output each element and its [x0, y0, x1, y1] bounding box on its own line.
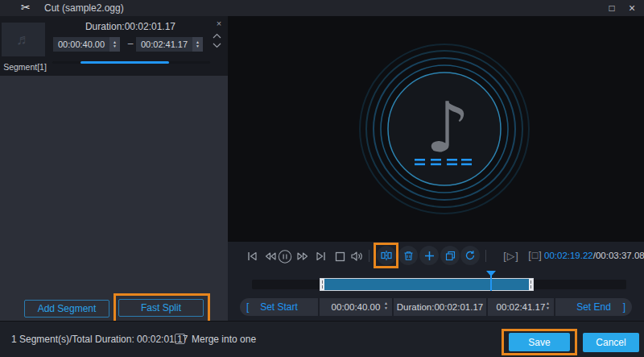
- pause-icon: [278, 248, 292, 265]
- time-display: 00:02:19.22/00:03:37.08: [544, 251, 636, 260]
- end-time-field[interactable]: ▲ ▼: [488, 298, 554, 316]
- segment-thumbnail[interactable]: ♬: [2, 23, 45, 56]
- start-time-input[interactable]: [330, 302, 382, 312]
- split-highlight: [374, 243, 398, 268]
- delete-segment-button[interactable]: [398, 246, 418, 265]
- controls-divider: [369, 250, 369, 262]
- segment-card[interactable]: ♬ Segment[1] Duration:00:02:01.17 ▲ ▼ – …: [0, 16, 228, 76]
- music-note-icon: ♪: [426, 87, 470, 168]
- segment-progressbar[interactable]: [52, 61, 210, 64]
- segment-start-time-field[interactable]: ▲ ▼: [53, 37, 120, 52]
- set-end-button[interactable]: Set End ]: [555, 298, 632, 316]
- segment-summary: 1 Segment(s)/Total Duration: 00:02:01.17: [11, 334, 188, 345]
- timeline-selection[interactable]: [320, 278, 534, 291]
- controls-divider: [485, 250, 486, 262]
- window-title: Cut (sample2.ogg): [44, 2, 124, 14]
- save-button[interactable]: Save: [509, 333, 570, 351]
- segment-end-time-field[interactable]: ▲ ▼: [136, 37, 203, 52]
- plus-icon: [424, 251, 435, 261]
- scissors-icon: ✂: [21, 1, 31, 14]
- merge-checkbox[interactable]: [175, 334, 185, 344]
- playhead-line: [490, 276, 492, 291]
- save-highlight: Save: [502, 329, 577, 355]
- fast-split-button[interactable]: Fast Split: [118, 299, 204, 317]
- cancel-button[interactable]: Cancel: [583, 333, 639, 352]
- trash-icon: [403, 251, 414, 261]
- spinner-down-icon[interactable]: ▼: [196, 44, 200, 48]
- rewind-button[interactable]: [263, 249, 278, 264]
- start-time-spinner[interactable]: ▲ ▼: [384, 301, 388, 310]
- pause-button[interactable]: [278, 249, 292, 264]
- segment-progressbar-fill: [80, 61, 169, 64]
- set-end-label: Set End: [576, 301, 611, 313]
- end-time-spinner[interactable]: ▲ ▼: [546, 301, 550, 310]
- segment-duration-label: Duration:00:02:01.17: [50, 21, 211, 32]
- spinner-down-icon[interactable]: ▼: [384, 305, 388, 310]
- close-button[interactable]: ×: [621, 0, 642, 16]
- split-segment-button[interactable]: [377, 246, 396, 265]
- end-time-input[interactable]: [495, 302, 547, 312]
- skip-to-end-button[interactable]: [313, 249, 328, 264]
- music-note-icon: ♬: [16, 31, 31, 48]
- segment-list-panel: ♬ Segment[1] Duration:00:02:01.17 ▲ ▼ – …: [0, 16, 228, 321]
- copy-icon: [445, 251, 456, 261]
- reset-button[interactable]: [460, 246, 480, 265]
- preview-play-button[interactable]: [▷]: [498, 250, 524, 262]
- fast-split-highlight: Fast Split: [114, 293, 210, 324]
- rewind-icon: [264, 251, 277, 262]
- statusbar: 1 Segment(s)/Total Duration: 00:02:01.17…: [0, 321, 644, 357]
- duration-label: Duration:00:02:01.17: [397, 302, 483, 312]
- fast-forward-button[interactable]: [295, 249, 310, 264]
- fast-forward-icon: [296, 251, 309, 262]
- copy-segment-button[interactable]: [440, 246, 460, 265]
- maximize-button[interactable]: □: [601, 0, 622, 16]
- spinner-down-icon[interactable]: ▼: [546, 305, 550, 310]
- move-segment-down-icon[interactable]: [213, 43, 225, 54]
- skip-to-start-icon: [246, 251, 258, 262]
- remove-segment-icon[interactable]: ×: [213, 19, 225, 30]
- segment-end-time-input[interactable]: [136, 37, 192, 52]
- spinner-down-icon[interactable]: ▼: [113, 44, 117, 48]
- stop-icon: [335, 251, 345, 262]
- volume-button[interactable]: [349, 249, 364, 264]
- cut-dialog-window: ✂ Cut (sample2.ogg) □ × ♬ Segment[1] Dur…: [0, 0, 644, 357]
- selection-end-handle[interactable]: [529, 279, 533, 290]
- duration-readout: Duration:00:02:01.17: [394, 298, 486, 316]
- segment-start-time-input[interactable]: [53, 37, 109, 52]
- stop-button[interactable]: [332, 249, 347, 264]
- segment-end-spinner[interactable]: ▲ ▼: [192, 37, 203, 52]
- total-time: /00:03:37.08: [593, 251, 644, 260]
- reset-icon: [464, 250, 476, 261]
- set-start-label: Set Start: [260, 301, 298, 313]
- segment-label: Segment[1]: [0, 62, 50, 72]
- start-time-field[interactable]: ▲ ▼: [320, 298, 392, 316]
- segment-start-spinner[interactable]: ▲ ▼: [109, 37, 120, 52]
- merge-label: Merge into one: [192, 334, 256, 345]
- current-time: 00:02:19.22: [544, 251, 593, 260]
- volume-icon: [350, 251, 364, 262]
- titlebar: ✂ Cut (sample2.ogg) □ ×: [0, 0, 644, 16]
- set-start-button[interactable]: [ Set Start: [240, 298, 318, 316]
- range-dash: –: [126, 38, 135, 49]
- bracket-left: [: [246, 301, 249, 313]
- player-panel: ♪: [228, 16, 644, 321]
- add-segment-button[interactable]: Add Segment: [24, 300, 109, 318]
- selection-start-handle[interactable]: [320, 279, 324, 290]
- audio-artwork: ♪: [228, 16, 644, 242]
- audio-preview-area: ♪: [228, 16, 644, 242]
- bracket-right: ]: [623, 301, 625, 313]
- add-split-button[interactable]: [419, 246, 439, 265]
- skip-to-start-button[interactable]: [245, 249, 259, 264]
- skip-to-end-icon: [315, 251, 327, 262]
- split-icon: [381, 250, 392, 261]
